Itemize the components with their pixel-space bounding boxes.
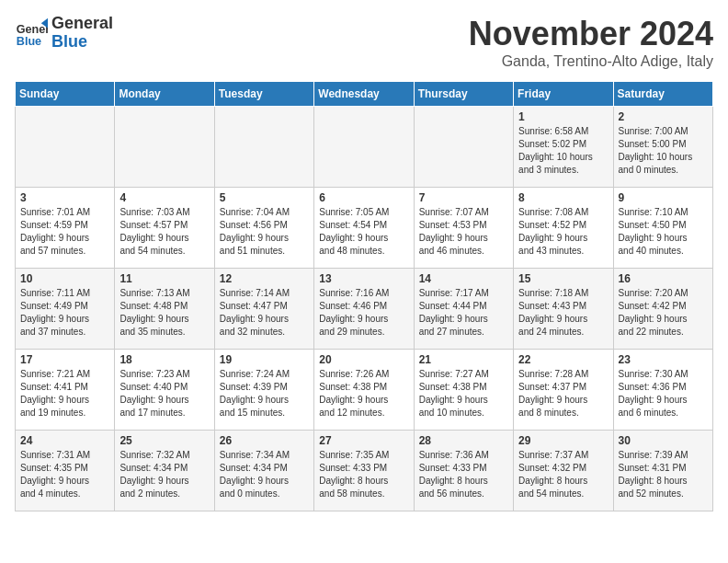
day-number: 27 [319, 434, 408, 447]
day-info: Sunrise: 7:16 AM Sunset: 4:46 PM Dayligh… [319, 287, 408, 339]
svg-text:Blue: Blue [17, 34, 41, 47]
header-friday: Friday [514, 82, 613, 107]
calendar-day: 21Sunrise: 7:27 AM Sunset: 4:38 PM Dayli… [414, 350, 513, 431]
calendar-day: 25Sunrise: 7:32 AM Sunset: 4:34 PM Dayli… [115, 431, 214, 511]
header-sunday: Sunday [16, 82, 115, 107]
calendar-day: 19Sunrise: 7:24 AM Sunset: 4:39 PM Dayli… [214, 350, 313, 431]
calendar-day: 10Sunrise: 7:11 AM Sunset: 4:49 PM Dayli… [16, 269, 115, 350]
title-section: November 2024 Ganda, Trentino-Alto Adige… [469, 15, 713, 70]
day-info: Sunrise: 7:32 AM Sunset: 4:34 PM Dayligh… [119, 449, 209, 500]
day-number: 23 [619, 353, 708, 366]
calendar-day: 29Sunrise: 7:37 AM Sunset: 4:32 PM Dayli… [514, 431, 613, 511]
day-info: Sunrise: 7:37 AM Sunset: 4:32 PM Dayligh… [518, 449, 608, 500]
calendar-day: 15Sunrise: 7:18 AM Sunset: 4:43 PM Dayli… [514, 269, 613, 350]
day-number: 10 [20, 272, 109, 285]
day-number: 9 [619, 191, 708, 204]
day-number: 29 [518, 434, 608, 447]
calendar-day: 11Sunrise: 7:13 AM Sunset: 4:48 PM Dayli… [115, 269, 214, 350]
calendar-day: 4Sunrise: 7:03 AM Sunset: 4:57 PM Daylig… [115, 188, 214, 269]
day-number: 25 [119, 434, 209, 447]
calendar-day: 6Sunrise: 7:05 AM Sunset: 4:54 PM Daylig… [314, 188, 414, 269]
day-info: Sunrise: 7:30 AM Sunset: 4:36 PM Dayligh… [619, 368, 708, 419]
day-number: 21 [419, 353, 508, 366]
day-info: Sunrise: 7:11 AM Sunset: 4:49 PM Dayligh… [20, 287, 109, 339]
location-subtitle: Ganda, Trentino-Alto Adige, Italy [469, 53, 713, 70]
day-info: Sunrise: 7:03 AM Sunset: 4:57 PM Dayligh… [119, 206, 209, 258]
day-number: 11 [119, 272, 209, 285]
calendar-week-3: 10Sunrise: 7:11 AM Sunset: 4:49 PM Dayli… [16, 269, 713, 350]
day-info: Sunrise: 6:58 AM Sunset: 5:02 PM Dayligh… [518, 125, 608, 177]
header-saturday: Saturday [613, 82, 712, 107]
day-info: Sunrise: 7:34 AM Sunset: 4:34 PM Dayligh… [220, 449, 309, 500]
calendar-table: SundayMondayTuesdayWednesdayThursdayFrid… [15, 81, 713, 511]
calendar-day: 13Sunrise: 7:16 AM Sunset: 4:46 PM Dayli… [314, 269, 414, 350]
day-number: 15 [518, 272, 608, 285]
day-info: Sunrise: 7:04 AM Sunset: 4:56 PM Dayligh… [220, 206, 309, 258]
calendar-day: 18Sunrise: 7:23 AM Sunset: 4:40 PM Dayli… [115, 350, 214, 431]
calendar-week-5: 24Sunrise: 7:31 AM Sunset: 4:35 PM Dayli… [16, 431, 713, 511]
day-info: Sunrise: 7:18 AM Sunset: 4:43 PM Dayligh… [518, 287, 608, 339]
day-info: Sunrise: 7:08 AM Sunset: 4:52 PM Dayligh… [518, 206, 608, 258]
day-info: Sunrise: 7:36 AM Sunset: 4:33 PM Dayligh… [419, 449, 508, 500]
day-info: Sunrise: 7:26 AM Sunset: 4:38 PM Dayligh… [319, 368, 408, 419]
header-tuesday: Tuesday [214, 82, 313, 107]
page-header: General Blue General Blue November 2024 … [15, 15, 713, 70]
month-title: November 2024 [469, 15, 713, 53]
day-info: Sunrise: 7:27 AM Sunset: 4:38 PM Dayligh… [419, 368, 508, 419]
day-number: 28 [419, 434, 508, 447]
calendar-day [115, 107, 214, 188]
calendar-day: 23Sunrise: 7:30 AM Sunset: 4:36 PM Dayli… [613, 350, 712, 431]
day-info: Sunrise: 7:23 AM Sunset: 4:40 PM Dayligh… [119, 368, 209, 419]
day-info: Sunrise: 7:20 AM Sunset: 4:42 PM Dayligh… [619, 287, 708, 339]
day-number: 8 [518, 191, 608, 204]
calendar-week-1: 1Sunrise: 6:58 AM Sunset: 5:02 PM Daylig… [16, 107, 713, 188]
day-info: Sunrise: 7:21 AM Sunset: 4:41 PM Dayligh… [20, 368, 109, 419]
day-info: Sunrise: 7:28 AM Sunset: 4:37 PM Dayligh… [518, 368, 608, 419]
day-info: Sunrise: 7:01 AM Sunset: 4:59 PM Dayligh… [20, 206, 109, 258]
calendar-day: 30Sunrise: 7:39 AM Sunset: 4:31 PM Dayli… [613, 431, 712, 511]
calendar-day [314, 107, 414, 188]
calendar-day: 27Sunrise: 7:35 AM Sunset: 4:33 PM Dayli… [314, 431, 414, 511]
day-info: Sunrise: 7:24 AM Sunset: 4:39 PM Dayligh… [220, 368, 309, 419]
calendar-day: 26Sunrise: 7:34 AM Sunset: 4:34 PM Dayli… [214, 431, 313, 511]
calendar-day: 2Sunrise: 7:00 AM Sunset: 5:00 PM Daylig… [613, 107, 712, 188]
day-info: Sunrise: 7:35 AM Sunset: 4:33 PM Dayligh… [319, 449, 408, 500]
day-info: Sunrise: 7:17 AM Sunset: 4:44 PM Dayligh… [419, 287, 508, 339]
calendar-day: 3Sunrise: 7:01 AM Sunset: 4:59 PM Daylig… [16, 188, 115, 269]
logo-icon: General Blue [15, 17, 48, 50]
calendar-week-4: 17Sunrise: 7:21 AM Sunset: 4:41 PM Dayli… [16, 350, 713, 431]
day-number: 19 [220, 353, 309, 366]
day-info: Sunrise: 7:07 AM Sunset: 4:53 PM Dayligh… [419, 206, 508, 258]
day-number: 12 [220, 272, 309, 285]
calendar-day [414, 107, 513, 188]
day-number: 24 [20, 434, 109, 447]
day-number: 6 [319, 191, 408, 204]
calendar-header-row: SundayMondayTuesdayWednesdayThursdayFrid… [16, 82, 713, 107]
day-info: Sunrise: 7:14 AM Sunset: 4:47 PM Dayligh… [220, 287, 309, 339]
header-thursday: Thursday [414, 82, 513, 107]
calendar-day: 28Sunrise: 7:36 AM Sunset: 4:33 PM Dayli… [414, 431, 513, 511]
day-number: 26 [220, 434, 309, 447]
day-info: Sunrise: 7:31 AM Sunset: 4:35 PM Dayligh… [20, 449, 109, 500]
day-info: Sunrise: 7:00 AM Sunset: 5:00 PM Dayligh… [619, 125, 708, 177]
day-number: 22 [518, 353, 608, 366]
header-wednesday: Wednesday [314, 82, 414, 107]
day-number: 3 [20, 191, 109, 204]
day-number: 4 [119, 191, 209, 204]
day-info: Sunrise: 7:10 AM Sunset: 4:50 PM Dayligh… [619, 206, 708, 258]
calendar-day: 1Sunrise: 6:58 AM Sunset: 5:02 PM Daylig… [514, 107, 613, 188]
day-info: Sunrise: 7:39 AM Sunset: 4:31 PM Dayligh… [619, 449, 708, 500]
calendar-week-2: 3Sunrise: 7:01 AM Sunset: 4:59 PM Daylig… [16, 188, 713, 269]
calendar-day: 22Sunrise: 7:28 AM Sunset: 4:37 PM Dayli… [514, 350, 613, 431]
day-number: 14 [419, 272, 508, 285]
calendar-day: 9Sunrise: 7:10 AM Sunset: 4:50 PM Daylig… [613, 188, 712, 269]
logo: General Blue General Blue [15, 15, 113, 52]
calendar-day: 14Sunrise: 7:17 AM Sunset: 4:44 PM Dayli… [414, 269, 513, 350]
logo-text: General Blue [51, 15, 113, 52]
day-number: 30 [619, 434, 708, 447]
day-number: 18 [119, 353, 209, 366]
calendar-day: 20Sunrise: 7:26 AM Sunset: 4:38 PM Dayli… [314, 350, 414, 431]
calendar-day: 24Sunrise: 7:31 AM Sunset: 4:35 PM Dayli… [16, 431, 115, 511]
day-number: 2 [619, 110, 708, 123]
calendar-day: 7Sunrise: 7:07 AM Sunset: 4:53 PM Daylig… [414, 188, 513, 269]
